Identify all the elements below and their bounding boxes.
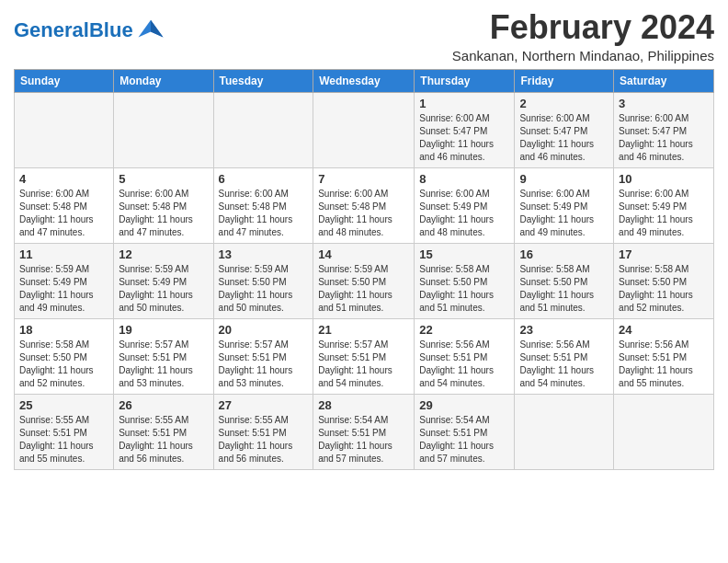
day-info: Sunrise: 6:00 AMSunset: 5:48 PMDaylight:… bbox=[19, 188, 108, 239]
day-number: 4 bbox=[19, 172, 108, 186]
day-number: 25 bbox=[19, 398, 108, 412]
day-number: 23 bbox=[519, 323, 609, 337]
calendar-cell: 7Sunrise: 6:00 AMSunset: 5:48 PMDaylight… bbox=[313, 167, 415, 243]
day-info: Sunrise: 5:58 AMSunset: 5:50 PMDaylight:… bbox=[419, 263, 509, 315]
day-number: 6 bbox=[219, 172, 309, 186]
col-header-tuesday: Tuesday bbox=[213, 69, 313, 92]
calendar-cell: 13Sunrise: 5:59 AMSunset: 5:50 PMDayligh… bbox=[213, 243, 313, 318]
calendar-cell bbox=[614, 394, 714, 469]
day-info: Sunrise: 6:00 AMSunset: 5:48 PMDaylight:… bbox=[219, 188, 309, 239]
calendar-cell: 4Sunrise: 6:00 AMSunset: 5:48 PMDaylight… bbox=[15, 167, 114, 243]
week-row-5: 25Sunrise: 5:55 AMSunset: 5:51 PMDayligh… bbox=[15, 394, 714, 469]
col-header-friday: Friday bbox=[515, 69, 614, 92]
calendar-cell: 5Sunrise: 6:00 AMSunset: 5:48 PMDaylight… bbox=[114, 167, 213, 243]
calendar: SundayMondayTuesdayWednesdayThursdayFrid… bbox=[14, 69, 714, 470]
day-number: 10 bbox=[619, 172, 709, 186]
day-number: 17 bbox=[619, 247, 709, 261]
day-info: Sunrise: 6:00 AMSunset: 5:47 PMDaylight:… bbox=[419, 112, 509, 164]
day-info: Sunrise: 5:55 AMSunset: 5:51 PMDaylight:… bbox=[19, 414, 108, 465]
day-info: Sunrise: 6:00 AMSunset: 5:47 PMDaylight:… bbox=[619, 112, 709, 164]
day-number: 12 bbox=[119, 247, 208, 261]
day-info: Sunrise: 5:59 AMSunset: 5:49 PMDaylight:… bbox=[119, 263, 208, 315]
calendar-cell: 11Sunrise: 5:59 AMSunset: 5:49 PMDayligh… bbox=[15, 243, 114, 318]
col-header-monday: Monday bbox=[114, 69, 213, 92]
day-number: 9 bbox=[519, 172, 609, 186]
day-info: Sunrise: 5:56 AMSunset: 5:51 PMDaylight:… bbox=[519, 339, 609, 390]
calendar-cell: 17Sunrise: 5:58 AMSunset: 5:50 PMDayligh… bbox=[614, 243, 714, 318]
logo: GeneralBlue bbox=[14, 17, 165, 44]
day-info: Sunrise: 6:00 AMSunset: 5:49 PMDaylight:… bbox=[419, 188, 509, 239]
day-info: Sunrise: 6:00 AMSunset: 5:48 PMDaylight:… bbox=[119, 188, 208, 239]
day-info: Sunrise: 5:55 AMSunset: 5:51 PMDaylight:… bbox=[219, 414, 309, 465]
logo-text: GeneralBlue bbox=[14, 20, 133, 40]
day-info: Sunrise: 5:59 AMSunset: 5:49 PMDaylight:… bbox=[19, 263, 108, 315]
day-info: Sunrise: 5:57 AMSunset: 5:51 PMDaylight:… bbox=[318, 339, 409, 390]
day-number: 27 bbox=[219, 398, 309, 412]
day-info: Sunrise: 5:59 AMSunset: 5:50 PMDaylight:… bbox=[219, 263, 309, 315]
calendar-cell: 15Sunrise: 5:58 AMSunset: 5:50 PMDayligh… bbox=[415, 243, 515, 318]
day-info: Sunrise: 5:56 AMSunset: 5:51 PMDaylight:… bbox=[619, 339, 709, 390]
day-number: 2 bbox=[519, 97, 609, 110]
calendar-cell: 25Sunrise: 5:55 AMSunset: 5:51 PMDayligh… bbox=[15, 394, 114, 469]
day-number: 26 bbox=[119, 398, 208, 412]
calendar-cell: 27Sunrise: 5:55 AMSunset: 5:51 PMDayligh… bbox=[213, 394, 313, 469]
week-row-3: 11Sunrise: 5:59 AMSunset: 5:49 PMDayligh… bbox=[15, 243, 714, 318]
calendar-cell: 26Sunrise: 5:55 AMSunset: 5:51 PMDayligh… bbox=[114, 394, 213, 469]
calendar-cell: 20Sunrise: 5:57 AMSunset: 5:51 PMDayligh… bbox=[213, 318, 313, 394]
col-header-sunday: Sunday bbox=[15, 69, 114, 92]
calendar-cell: 6Sunrise: 6:00 AMSunset: 5:48 PMDaylight… bbox=[213, 167, 313, 243]
day-number: 16 bbox=[519, 247, 609, 261]
day-info: Sunrise: 6:00 AMSunset: 5:47 PMDaylight:… bbox=[519, 112, 609, 164]
calendar-cell: 18Sunrise: 5:58 AMSunset: 5:50 PMDayligh… bbox=[15, 318, 114, 394]
svg-marker-1 bbox=[151, 20, 164, 38]
day-number: 14 bbox=[318, 247, 409, 261]
day-number: 28 bbox=[318, 398, 409, 412]
calendar-cell: 23Sunrise: 5:56 AMSunset: 5:51 PMDayligh… bbox=[515, 318, 614, 394]
day-info: Sunrise: 5:56 AMSunset: 5:51 PMDaylight:… bbox=[419, 339, 509, 390]
day-number: 29 bbox=[419, 398, 509, 412]
calendar-cell: 10Sunrise: 6:00 AMSunset: 5:49 PMDayligh… bbox=[614, 167, 714, 243]
location-subtitle: Sankanan, Northern Mindanao, Philippines bbox=[452, 48, 714, 63]
day-info: Sunrise: 6:00 AMSunset: 5:49 PMDaylight:… bbox=[619, 188, 709, 239]
day-info: Sunrise: 5:57 AMSunset: 5:51 PMDaylight:… bbox=[219, 339, 309, 390]
col-header-saturday: Saturday bbox=[614, 69, 714, 92]
day-info: Sunrise: 6:00 AMSunset: 5:48 PMDaylight:… bbox=[318, 188, 409, 239]
day-number: 13 bbox=[219, 247, 309, 261]
calendar-cell: 2Sunrise: 6:00 AMSunset: 5:47 PMDaylight… bbox=[515, 92, 614, 167]
day-info: Sunrise: 5:54 AMSunset: 5:51 PMDaylight:… bbox=[318, 414, 409, 465]
day-info: Sunrise: 5:58 AMSunset: 5:50 PMDaylight:… bbox=[519, 263, 609, 315]
calendar-cell: 9Sunrise: 6:00 AMSunset: 5:49 PMDaylight… bbox=[515, 167, 614, 243]
day-number: 20 bbox=[219, 323, 309, 337]
day-number: 11 bbox=[19, 247, 108, 261]
calendar-cell: 3Sunrise: 6:00 AMSunset: 5:47 PMDaylight… bbox=[614, 92, 714, 167]
day-info: Sunrise: 5:59 AMSunset: 5:50 PMDaylight:… bbox=[318, 263, 409, 315]
day-number: 18 bbox=[19, 323, 108, 337]
day-info: Sunrise: 5:54 AMSunset: 5:51 PMDaylight:… bbox=[419, 414, 509, 465]
day-number: 8 bbox=[419, 172, 509, 186]
calendar-cell: 14Sunrise: 5:59 AMSunset: 5:50 PMDayligh… bbox=[313, 243, 415, 318]
week-row-4: 18Sunrise: 5:58 AMSunset: 5:50 PMDayligh… bbox=[15, 318, 714, 394]
title-block: February 2024 Sankanan, Northern Mindana… bbox=[452, 9, 714, 63]
week-row-1: 1Sunrise: 6:00 AMSunset: 5:47 PMDaylight… bbox=[15, 92, 714, 167]
day-number: 5 bbox=[119, 172, 208, 186]
calendar-cell bbox=[15, 92, 114, 167]
calendar-cell: 24Sunrise: 5:56 AMSunset: 5:51 PMDayligh… bbox=[614, 318, 714, 394]
day-number: 19 bbox=[119, 323, 208, 337]
calendar-cell: 28Sunrise: 5:54 AMSunset: 5:51 PMDayligh… bbox=[313, 394, 415, 469]
day-info: Sunrise: 6:00 AMSunset: 5:49 PMDaylight:… bbox=[519, 188, 609, 239]
day-number: 3 bbox=[619, 97, 709, 110]
calendar-cell bbox=[114, 92, 213, 167]
calendar-cell bbox=[313, 92, 415, 167]
calendar-cell: 12Sunrise: 5:59 AMSunset: 5:49 PMDayligh… bbox=[114, 243, 213, 318]
calendar-cell: 21Sunrise: 5:57 AMSunset: 5:51 PMDayligh… bbox=[313, 318, 415, 394]
day-number: 1 bbox=[419, 97, 509, 110]
day-number: 15 bbox=[419, 247, 509, 261]
calendar-cell bbox=[515, 394, 614, 469]
calendar-body: 1Sunrise: 6:00 AMSunset: 5:47 PMDaylight… bbox=[15, 92, 714, 469]
week-row-2: 4Sunrise: 6:00 AMSunset: 5:48 PMDaylight… bbox=[15, 167, 714, 243]
logo-bird-icon bbox=[137, 17, 165, 44]
day-info: Sunrise: 5:58 AMSunset: 5:50 PMDaylight:… bbox=[19, 339, 108, 390]
month-title: February 2024 bbox=[452, 9, 714, 46]
day-info: Sunrise: 5:58 AMSunset: 5:50 PMDaylight:… bbox=[619, 263, 709, 315]
col-header-thursday: Thursday bbox=[415, 69, 515, 92]
